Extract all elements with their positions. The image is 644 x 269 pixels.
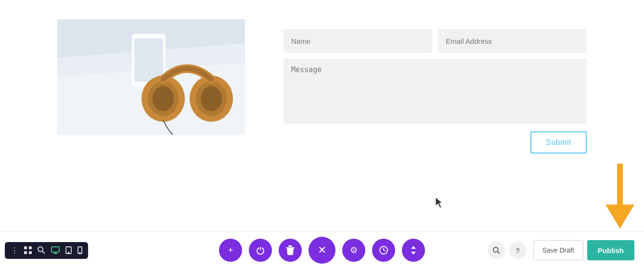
headphone-image-placeholder xyxy=(57,19,245,135)
close-button[interactable]: ✕ xyxy=(309,237,335,264)
svg-point-18 xyxy=(38,247,43,252)
help-button[interactable]: ? xyxy=(509,242,527,259)
toolbar-center-group: + ✕ ⚙ xyxy=(219,237,425,264)
toolbar-right-group: ? Save Draft Publish xyxy=(488,240,634,260)
svg-rect-4 xyxy=(134,38,163,82)
svg-point-32 xyxy=(493,247,498,252)
history-button[interactable] xyxy=(372,239,395,262)
image-block xyxy=(57,19,245,135)
mobile-icon[interactable] xyxy=(77,246,82,254)
canvas-area: Submit xyxy=(0,0,644,231)
email-input[interactable] xyxy=(438,29,587,53)
svg-line-33 xyxy=(498,252,500,254)
desktop-icon[interactable] xyxy=(51,246,60,254)
message-textarea[interactable] xyxy=(283,59,587,124)
form-block: Submit xyxy=(283,19,587,154)
svg-marker-31 xyxy=(411,252,416,255)
grid-icon[interactable] xyxy=(24,246,32,254)
search-icon[interactable] xyxy=(38,246,45,254)
svg-line-19 xyxy=(42,251,45,254)
settings-button[interactable]: ⚙ xyxy=(342,239,365,262)
more-options-icon[interactable]: ⋮ xyxy=(11,246,18,255)
delete-button[interactable] xyxy=(279,239,302,262)
form-submit-row: Submit xyxy=(283,131,587,154)
bottom-toolbar: ⋮ xyxy=(0,231,644,269)
form-row-top xyxy=(283,29,587,53)
svg-rect-15 xyxy=(29,246,32,249)
sort-button[interactable] xyxy=(402,239,425,262)
svg-marker-30 xyxy=(411,246,416,249)
svg-rect-17 xyxy=(29,251,32,254)
publish-button[interactable]: Publish xyxy=(587,240,634,260)
svg-point-26 xyxy=(79,253,80,253)
svg-rect-16 xyxy=(24,251,27,254)
svg-rect-20 xyxy=(52,247,59,252)
submit-button[interactable]: Submit xyxy=(530,131,587,154)
toolbar-left-group: ⋮ xyxy=(5,242,88,259)
svg-marker-12 xyxy=(605,205,634,229)
save-draft-button[interactable]: Save Draft xyxy=(533,240,583,260)
svg-point-7 xyxy=(153,86,174,111)
power-button[interactable] xyxy=(249,239,272,262)
svg-rect-27 xyxy=(286,247,295,248)
arrow-annotation xyxy=(605,164,634,231)
search-tool-button[interactable] xyxy=(488,242,505,259)
svg-point-10 xyxy=(201,86,222,111)
add-button[interactable]: + xyxy=(219,239,242,262)
name-input[interactable] xyxy=(283,29,432,53)
svg-rect-14 xyxy=(24,246,27,249)
svg-rect-28 xyxy=(288,245,292,247)
tablet-icon[interactable] xyxy=(65,246,72,254)
svg-point-24 xyxy=(68,252,69,253)
